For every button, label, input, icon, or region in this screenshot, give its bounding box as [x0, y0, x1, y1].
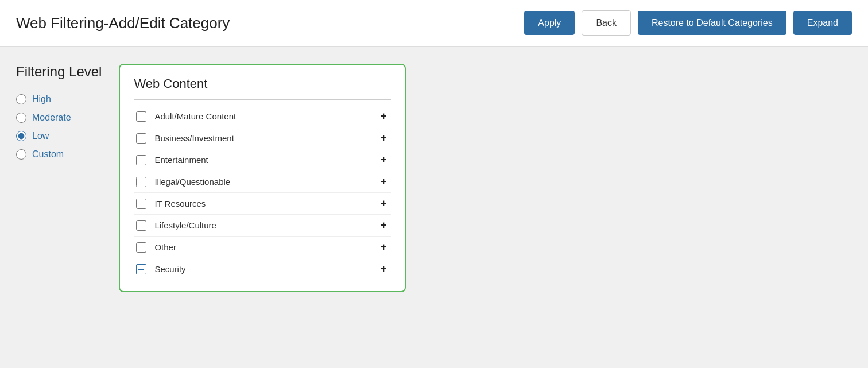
expand-icon-lifestyle[interactable]: +: [378, 219, 389, 231]
filtering-level-sidebar: Filtering Level High Moderate Low Custom: [16, 64, 102, 292]
expand-icon-entertainment[interactable]: +: [378, 154, 389, 166]
page-title: Web Filtering-Add/Edit Category: [16, 14, 517, 32]
expand-icon-business[interactable]: +: [378, 132, 389, 144]
list-item: Adult/Mature Content +: [134, 106, 391, 127]
category-name-entertainment: Entertainment: [154, 155, 378, 165]
page-header: Web Filtering-Add/Edit Category Apply Ba…: [0, 0, 868, 47]
radio-label-low[interactable]: Low: [32, 131, 49, 141]
category-name-business: Business/Investment: [154, 133, 378, 143]
list-item: IT Resources +: [134, 193, 391, 215]
expand-button[interactable]: Expand: [793, 11, 852, 35]
checkbox-business[interactable]: [136, 133, 146, 144]
checkbox-illegal[interactable]: [136, 177, 146, 187]
expand-icon-security[interactable]: +: [378, 263, 389, 275]
category-name-other: Other: [154, 242, 378, 252]
panel-title: Web Content: [134, 76, 391, 91]
apply-button[interactable]: Apply: [524, 11, 575, 35]
list-item: Lifestyle/Culture +: [134, 215, 391, 237]
checkbox-lifestyle[interactable]: [136, 220, 146, 231]
expand-icon-it[interactable]: +: [378, 197, 389, 210]
web-content-panel: Web Content Adult/Mature Content + Busin…: [119, 64, 406, 292]
category-name-adult: Adult/Mature Content: [154, 111, 378, 121]
expand-icon-adult[interactable]: +: [378, 110, 389, 122]
category-name-it: IT Resources: [154, 199, 378, 208]
radio-label-moderate[interactable]: Moderate: [32, 113, 71, 123]
checkbox-partial-security[interactable]: [136, 264, 146, 274]
list-item: Illegal/Questionable +: [134, 171, 391, 193]
checkbox-other[interactable]: [136, 242, 146, 253]
radio-high[interactable]: [16, 94, 26, 104]
radio-item-moderate[interactable]: Moderate: [16, 113, 102, 123]
filtering-level-title: Filtering Level: [16, 64, 102, 80]
radio-low[interactable]: [16, 131, 26, 141]
radio-custom[interactable]: [16, 149, 26, 160]
radio-label-custom[interactable]: Custom: [32, 149, 64, 160]
filtering-level-options: High Moderate Low Custom: [16, 94, 102, 160]
category-list: Adult/Mature Content + Business/Investme…: [134, 106, 391, 280]
checkbox-entertainment[interactable]: [136, 155, 146, 165]
back-button[interactable]: Back: [582, 10, 631, 36]
radio-moderate[interactable]: [16, 113, 26, 123]
restore-button[interactable]: Restore to Default Categories: [638, 11, 786, 35]
list-item: Entertainment +: [134, 149, 391, 171]
category-name-illegal: Illegal/Questionable: [154, 177, 378, 187]
checkbox-it[interactable]: [136, 199, 146, 209]
radio-item-low[interactable]: Low: [16, 131, 102, 141]
checkbox-adult[interactable]: [136, 111, 146, 122]
panel-divider: [134, 99, 391, 100]
category-name-lifestyle: Lifestyle/Culture: [154, 220, 378, 230]
list-item: Security +: [134, 258, 391, 280]
list-item: Other +: [134, 237, 391, 258]
main-content: Filtering Level High Moderate Low Custom: [0, 47, 868, 309]
expand-icon-other[interactable]: +: [378, 241, 389, 253]
radio-item-high[interactable]: High: [16, 94, 102, 104]
category-name-security: Security: [154, 264, 378, 274]
list-item: Business/Investment +: [134, 127, 391, 149]
radio-item-custom[interactable]: Custom: [16, 149, 102, 160]
radio-label-high[interactable]: High: [32, 94, 51, 104]
expand-icon-illegal[interactable]: +: [378, 176, 389, 188]
